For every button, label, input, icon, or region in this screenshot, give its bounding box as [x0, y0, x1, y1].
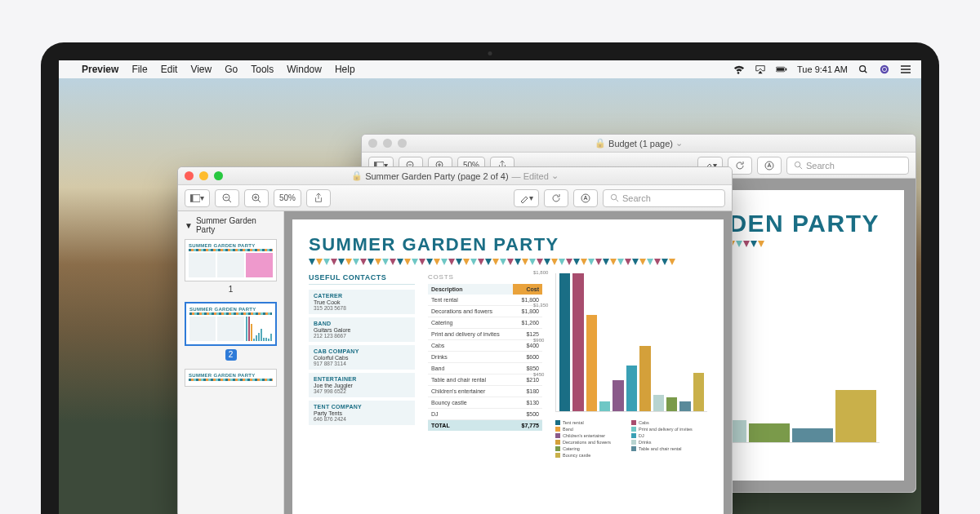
- contact-card: CAB COMPANYColorful Cabs917 887 3114: [309, 345, 415, 370]
- highlight-button[interactable]: ▾: [514, 189, 539, 207]
- cost-row: Drinks$600: [428, 352, 542, 363]
- lock-icon: 🔒: [595, 138, 606, 148]
- bunting-decoration: [309, 259, 707, 267]
- sidebar-toggle-button[interactable]: ▾: [185, 189, 210, 207]
- svg-rect-1: [777, 68, 784, 71]
- spotlight-icon[interactable]: [858, 64, 869, 74]
- page-thumbnail-3[interactable]: SUMMER GARDEN PARTY: [185, 369, 277, 387]
- clock[interactable]: Tue 9:41 AM: [797, 64, 848, 74]
- chart-bar: [639, 346, 650, 411]
- cost-row: Cabs$400: [428, 340, 542, 352]
- titlebar[interactable]: 🔒 Budget (1 page) ⌄: [362, 135, 915, 153]
- legend-item: Bouncy castle: [555, 453, 631, 458]
- page-thumbnail-2[interactable]: SUMMER GARDEN PARTY: [185, 302, 277, 346]
- traffic-lights: [368, 139, 407, 148]
- chart-bar: [666, 397, 677, 411]
- contact-card: CATERERTrue Cook315 203 5678: [309, 290, 415, 314]
- menu-file[interactable]: File: [131, 64, 147, 75]
- document-page: SUMMER GARDEN PARTY USEFUL CONTACTS CATE…: [292, 219, 724, 514]
- airplay-icon[interactable]: [755, 64, 766, 74]
- camera-dot: [488, 51, 492, 55]
- chevron-down-icon[interactable]: ⌄: [675, 138, 683, 148]
- chart-bar: [572, 273, 583, 411]
- search-placeholder: Search: [622, 193, 651, 203]
- menu-view[interactable]: View: [190, 64, 212, 75]
- close-button[interactable]: [185, 171, 194, 180]
- sidebar-title[interactable]: ▼Summer Garden Party: [185, 216, 277, 234]
- chart-bar: [612, 380, 623, 411]
- chart-bar: [559, 273, 570, 411]
- cost-row: Band$850: [428, 363, 542, 374]
- edited-label: — Edited: [512, 171, 549, 181]
- legend-item: Drinks: [631, 440, 707, 445]
- siri-icon[interactable]: [879, 64, 890, 74]
- traffic-lights: [185, 171, 223, 180]
- wifi-icon[interactable]: [733, 64, 745, 74]
- contacts-heading: USEFUL CONTACTS: [309, 273, 415, 285]
- cost-row: Bouncy castle$130: [428, 397, 542, 409]
- cost-row: Tent rental$1,800: [428, 295, 542, 306]
- menu-help[interactable]: Help: [335, 64, 355, 75]
- chart-bar: [586, 315, 597, 411]
- zoom-out-button[interactable]: [215, 189, 239, 207]
- cost-row: Catering$1,260: [428, 317, 542, 329]
- legend-item: Tent rental: [555, 420, 631, 425]
- notification-center-icon[interactable]: [900, 64, 911, 74]
- zoom-button[interactable]: [214, 171, 223, 180]
- cost-row: DJ$500: [428, 409, 542, 420]
- menu-window[interactable]: Window: [287, 64, 322, 75]
- costs-total-row: TOTAL$7,775: [428, 420, 542, 431]
- svg-point-17: [611, 194, 616, 199]
- menu-tools[interactable]: Tools: [251, 64, 274, 75]
- contact-card: BANDGuitars Galore212 123 8667: [309, 317, 415, 342]
- legend-item: Decorations and flowers: [555, 440, 631, 445]
- minimize-button[interactable]: [199, 171, 208, 180]
- app-name[interactable]: Preview: [82, 64, 118, 75]
- svg-rect-13: [190, 194, 193, 202]
- doc-title: SUMMER GARDEN PARTY: [309, 234, 707, 255]
- costs-table-header: DescriptionCost: [428, 284, 542, 295]
- rotate-button[interactable]: [544, 189, 568, 207]
- desktop-screen: Preview File Edit View Go Tools Window H…: [59, 60, 921, 514]
- markup-button[interactable]: [573, 189, 598, 207]
- legend-item: Cabs: [631, 420, 707, 425]
- costs-heading: COSTS: [428, 273, 542, 281]
- thumb-label-1: 1: [185, 285, 277, 294]
- window-title: Summer Garden Party (page 2 of 4): [365, 171, 508, 181]
- window-title: Budget (1 page): [608, 139, 673, 148]
- zoom-button[interactable]: [398, 139, 407, 148]
- page-thumbnail-1[interactable]: SUMMER GARDEN PARTY: [185, 239, 277, 281]
- svg-point-3: [860, 66, 866, 72]
- thumbnail-sidebar: ▼Summer Garden Party SUMMER GARDEN PARTY…: [178, 211, 284, 514]
- chart-bar: [835, 390, 876, 442]
- contact-card: TENT COMPANYParty Tents646 876 2424: [309, 401, 415, 425]
- window-summer-garden-party[interactable]: 🔒 Summer Garden Party (page 2 of 4) — Ed…: [177, 166, 733, 514]
- close-button[interactable]: [368, 139, 377, 148]
- cost-row: Children's entertainer$180: [428, 386, 542, 397]
- thumb-label-2: 2: [225, 349, 237, 361]
- minimize-button[interactable]: [383, 139, 392, 148]
- titlebar[interactable]: 🔒 Summer Garden Party (page 2 of 4) — Ed…: [178, 167, 732, 185]
- cost-row: Decorations and flowers$1,800: [428, 306, 542, 317]
- markup-button[interactable]: [757, 157, 782, 175]
- zoom-in-button[interactable]: [244, 189, 269, 207]
- chart-bar: [653, 395, 664, 411]
- chart-legend: Tent rentalCabsBandPrint and delivery of…: [555, 420, 707, 459]
- search-field[interactable]: Search: [603, 189, 725, 207]
- svg-point-11: [795, 162, 800, 166]
- costs-bar-chart: $450 $900 $1,350 $1,800: [555, 273, 707, 412]
- search-field[interactable]: Search: [786, 157, 909, 175]
- menu-go[interactable]: Go: [225, 64, 238, 75]
- share-button[interactable]: [306, 189, 331, 207]
- chevron-down-icon[interactable]: ⌄: [551, 171, 559, 181]
- contact-card: ENTERTAINERJoe the Juggler347 998 6522: [309, 373, 415, 397]
- menu-edit[interactable]: Edit: [161, 64, 178, 75]
- lock-icon: 🔒: [351, 171, 363, 181]
- legend-item: Table and chair rental: [631, 446, 707, 451]
- chart-bar: [792, 428, 833, 442]
- chart-bar: [693, 373, 704, 411]
- zoom-level[interactable]: 50%: [274, 189, 301, 207]
- legend-item: Band: [555, 427, 631, 432]
- chart-bar: [626, 366, 637, 411]
- battery-icon[interactable]: [776, 64, 787, 74]
